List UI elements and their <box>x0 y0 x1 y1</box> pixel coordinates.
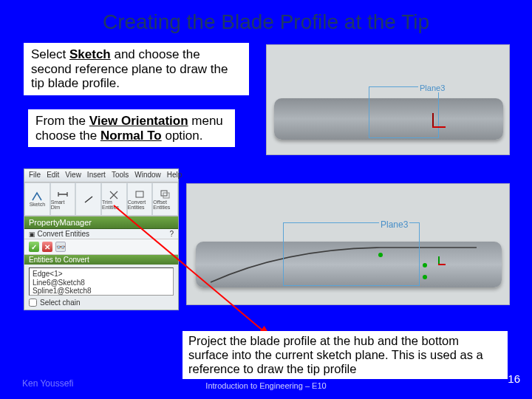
preview-button[interactable]: 👓 <box>55 242 66 252</box>
instruction-para-3: Project the blade profile at the hub and… <box>183 331 508 379</box>
cancel-button[interactable]: ✕ <box>42 242 52 252</box>
panel-title: ▣ Convert Entities? <box>24 229 178 239</box>
svg-point-2 <box>423 275 427 279</box>
svg-point-1 <box>423 263 427 267</box>
offset-entities-tool[interactable]: Offset Entities <box>152 183 178 216</box>
list-item[interactable]: Line6@Sketch8 <box>33 279 170 287</box>
property-manager-header: PropertyManager <box>24 216 178 229</box>
cad-plane-outline <box>369 86 439 138</box>
section-header-entities: Entities to Convert <box>24 255 178 265</box>
panel-action-buttons: ✓ ✕ 👓 <box>24 239 178 255</box>
list-item[interactable]: Spline1@Sketch8 <box>33 287 170 296</box>
menu-edit[interactable]: Edit <box>47 171 59 180</box>
solidworks-toolbar-panel: File Edit View Insert Tools Window Help … <box>24 168 179 310</box>
footer-course: Introduction to Engineering – E10 <box>0 381 532 390</box>
cad-plane-label: Plane3 <box>379 219 409 230</box>
cad-thumbnail-bottom: Plane3 <box>186 183 510 305</box>
convert-entities-tool[interactable]: Convert Entities <box>127 183 153 216</box>
menu-window[interactable]: Window <box>134 171 161 180</box>
toolbar-icons-row: Sketch Smart Dim Trim Entities Convert E… <box>24 183 178 216</box>
sketch-tool[interactable]: Sketch <box>24 183 50 216</box>
menu-bar[interactable]: File Edit View Insert Tools Window Help <box>24 169 178 183</box>
line-tool[interactable] <box>75 183 101 216</box>
cad-thumbnail-top: Plane3 <box>266 44 510 155</box>
trim-entities-tool[interactable]: Trim Entities <box>101 183 127 216</box>
menu-help[interactable]: Help <box>167 171 183 180</box>
select-chain-input[interactable] <box>29 299 37 307</box>
cad-plane-outline <box>283 222 420 286</box>
svg-rect-3 <box>136 191 143 197</box>
slide-title: Creating the Blade Profile at the Tip <box>0 0 532 34</box>
select-chain-checkbox[interactable]: Select chain <box>29 299 174 307</box>
menu-file[interactable]: File <box>29 171 41 180</box>
instruction-para-2: From the View Orientation menu choose th… <box>28 109 235 147</box>
menu-tools[interactable]: Tools <box>112 171 129 180</box>
smart-dimension-tool[interactable]: Smart Dim <box>50 183 76 216</box>
ok-button[interactable]: ✓ <box>29 242 39 252</box>
instruction-para-1: Select Sketch and choose the second refe… <box>24 43 249 95</box>
entities-listbox[interactable]: Edge<1> Line6@Sketch8 Spline1@Sketch8 <box>29 267 174 296</box>
list-item[interactable]: Edge<1> <box>33 270 170 279</box>
page-number: 16 <box>508 372 520 385</box>
menu-insert[interactable]: Insert <box>87 171 106 180</box>
menu-view[interactable]: View <box>65 171 81 180</box>
cad-plane-label: Plane3 <box>418 83 446 92</box>
